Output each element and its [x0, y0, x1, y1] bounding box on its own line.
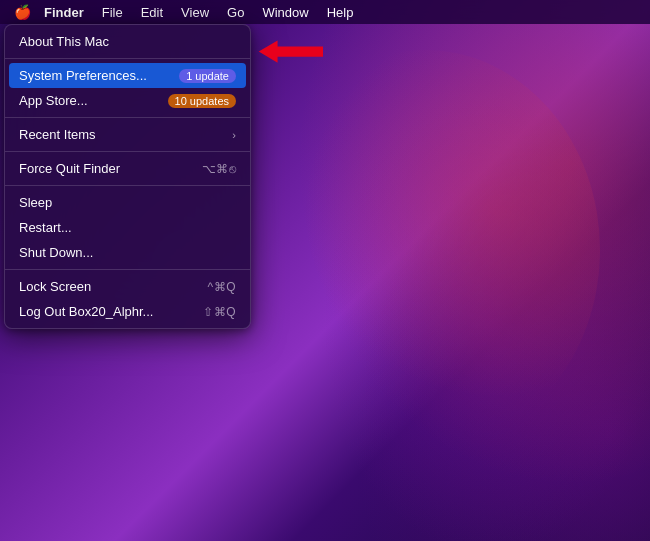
menu-logout-shortcut: ⇧⌘Q	[203, 305, 236, 319]
menu-shutdown-label: Shut Down...	[19, 245, 236, 260]
menubar-finder[interactable]: Finder	[36, 3, 92, 22]
menu-item-force-quit[interactable]: Force Quit Finder ⌥⌘⎋	[5, 156, 250, 181]
apple-icon: 🍎	[14, 4, 31, 20]
menubar-window[interactable]: Window	[254, 3, 316, 22]
menu-lock-screen-shortcut: ^⌘Q	[208, 280, 236, 294]
menu-item-about[interactable]: About This Mac	[5, 29, 250, 54]
menu-separator-4	[5, 185, 250, 186]
menu-recent-items-chevron: ›	[232, 129, 236, 141]
menubar-view[interactable]: View	[173, 3, 217, 22]
menubar-edit[interactable]: Edit	[133, 3, 171, 22]
menubar-help[interactable]: Help	[319, 3, 362, 22]
menu-item-restart[interactable]: Restart...	[5, 215, 250, 240]
menu-sleep-label: Sleep	[19, 195, 236, 210]
menubar-file[interactable]: File	[94, 3, 131, 22]
menu-lock-screen-label: Lock Screen	[19, 279, 200, 294]
menu-force-quit-shortcut: ⌥⌘⎋	[202, 162, 237, 176]
menubar-items: Finder File Edit View Go Window Help	[36, 3, 361, 22]
menu-restart-label: Restart...	[19, 220, 236, 235]
svg-marker-1	[259, 40, 323, 62]
menu-item-lock-screen[interactable]: Lock Screen ^⌘Q	[5, 274, 250, 299]
menu-item-app-store[interactable]: App Store... 10 updates	[5, 88, 250, 113]
menubar-go[interactable]: Go	[219, 3, 252, 22]
menu-item-logout[interactable]: Log Out Box20_Alphr... ⇧⌘Q	[5, 299, 250, 324]
menu-item-recent-items[interactable]: Recent Items ›	[5, 122, 250, 147]
menu-logout-label: Log Out Box20_Alphr...	[19, 304, 195, 319]
menu-item-sleep[interactable]: Sleep	[5, 190, 250, 215]
menubar: 🍎 Finder File Edit View Go Window Help	[0, 0, 650, 24]
desktop: 🍎 Finder File Edit View Go Window Help A…	[0, 0, 650, 541]
menu-item-shutdown[interactable]: Shut Down...	[5, 240, 250, 265]
menu-recent-items-label: Recent Items	[19, 127, 228, 142]
menu-system-prefs-badge: 1 update	[179, 69, 236, 83]
menu-force-quit-label: Force Quit Finder	[19, 161, 194, 176]
menu-app-store-label: App Store...	[19, 93, 168, 108]
menu-separator-3	[5, 151, 250, 152]
menu-separator-5	[5, 269, 250, 270]
red-arrow	[258, 37, 328, 67]
apple-dropdown-menu: About This Mac System Preferences... 1 u…	[4, 24, 251, 329]
menu-about-label: About This Mac	[19, 34, 236, 49]
menu-item-system-prefs[interactable]: System Preferences... 1 update	[9, 63, 246, 88]
apple-menu-button[interactable]: 🍎	[8, 0, 36, 24]
menu-separator-2	[5, 117, 250, 118]
menu-separator-1	[5, 58, 250, 59]
menu-app-store-badge: 10 updates	[168, 94, 236, 108]
menu-system-prefs-label: System Preferences...	[19, 68, 179, 83]
